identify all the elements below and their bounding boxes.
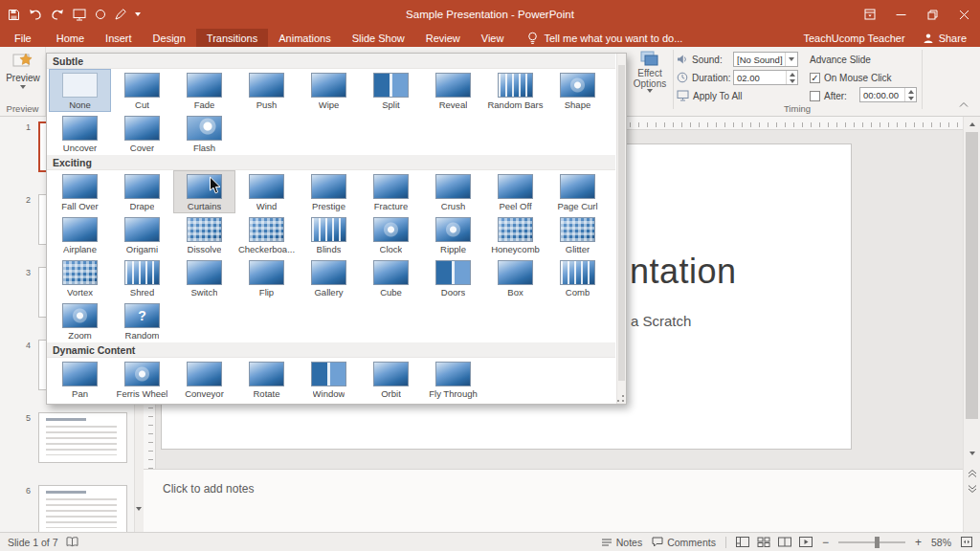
main-scrollbar-thumb[interactable] [966,132,978,419]
tab-design[interactable]: Design [143,29,196,47]
share-button[interactable]: Share [923,33,967,44]
transition-drape[interactable]: Drape [111,170,173,213]
transition-reveal[interactable]: Reveal [422,69,484,112]
transition-fade[interactable]: Fade [173,69,235,112]
account-name[interactable]: TeachUcomp Teacher [803,33,904,44]
spell-check-icon[interactable] [66,537,78,547]
transition-orbit[interactable]: Orbit [360,358,422,401]
zoom-slider[interactable] [838,541,905,543]
reading-view-icon[interactable] [778,537,791,547]
transition-random-bars[interactable]: Random Bars [484,69,546,112]
slide-subtitle-text[interactable]: a Scratch [631,313,691,329]
transition-cover[interactable]: Cover [111,112,173,155]
transition-uncover[interactable]: Uncover [49,112,111,155]
after-up-icon[interactable] [905,88,916,95]
apply-to-all-button[interactable]: Apply To All [677,88,743,103]
transition-box[interactable]: Box [484,256,546,299]
slide-sorter-view-icon[interactable] [757,537,770,547]
duration-up-icon[interactable] [787,71,797,77]
tab-home[interactable]: Home [46,29,95,47]
transition-gallery[interactable]: Gallery [298,256,360,299]
slide-thumbnail-6[interactable] [38,485,127,532]
transition-crush[interactable]: Crush [422,170,484,213]
after-down-icon[interactable] [905,95,916,101]
duration-spinner[interactable]: 02.00 [733,70,798,85]
customize-qat-icon[interactable] [135,12,141,16]
tab-file[interactable]: File [0,29,46,47]
notes-button[interactable]: Notes [601,537,642,548]
transition-wipe[interactable]: Wipe [298,69,360,112]
gallery-scrollbar[interactable] [616,54,626,404]
restore-icon[interactable] [917,0,948,29]
transition-split[interactable]: Split [360,69,422,112]
resize-grip-icon[interactable] [616,394,625,403]
collapse-ribbon-icon[interactable] [959,101,969,108]
transition-pan[interactable]: Pan [49,358,111,401]
sound-dropdown[interactable]: [No Sound] [733,52,798,67]
transition-comb[interactable]: Comb [546,256,609,299]
touch-mode-icon[interactable] [95,9,106,20]
notes-pane[interactable]: Click to add notes [144,469,963,532]
thumbnail-scroll-down-icon[interactable] [136,511,142,528]
on-mouse-click-option[interactable]: ✓ On Mouse Click [810,70,892,85]
transition-flip[interactable]: Flip [235,256,298,299]
tab-transitions[interactable]: Transitions [196,29,268,47]
transition-shape[interactable]: Shape [546,69,609,112]
main-scroll-down-icon[interactable] [964,448,980,459]
normal-view-icon[interactable] [736,537,749,547]
tell-me-box[interactable]: Tell me what you want to do... [527,29,682,47]
undo-icon[interactable] [29,9,42,20]
zoom-in-button[interactable]: + [915,536,922,549]
on-mouse-click-checkbox[interactable]: ✓ [810,73,820,83]
transition-blinds[interactable]: Blinds [298,213,360,256]
pen-icon[interactable] [115,9,126,20]
tab-insert[interactable]: Insert [95,29,143,47]
transition-random[interactable]: Random [111,299,173,342]
transition-switch[interactable]: Switch [173,256,235,299]
ribbon-display-options-icon[interactable] [854,0,885,29]
effect-options-button[interactable]: Effect Options [628,50,672,93]
transition-none[interactable]: None [49,69,111,112]
transition-window[interactable]: Window [298,358,360,401]
tab-slide-show[interactable]: Slide Show [342,29,415,47]
transition-shred[interactable]: Shred [111,256,173,299]
slide-title-text[interactable]: ntation [630,252,737,292]
next-slide-button[interactable] [967,482,978,496]
sound-dropdown-icon[interactable] [785,53,797,66]
transition-ripple[interactable]: Ripple [422,213,484,256]
transition-honeycomb[interactable]: Honeycomb [484,213,546,256]
transition-flash[interactable]: Flash [173,112,235,155]
transition-checkerboa[interactable]: Checkerboa... [235,213,298,256]
transition-push[interactable]: Push [235,69,298,112]
transition-cut[interactable]: Cut [111,69,173,112]
transition-origami[interactable]: Origami [111,213,173,256]
duration-down-icon[interactable] [787,77,797,84]
repeat-icon[interactable] [51,9,64,20]
zoom-percentage[interactable]: 58% [931,537,951,548]
zoom-slider-thumb[interactable] [875,537,880,548]
transition-fall-over[interactable]: Fall Over [49,170,111,213]
transition-zoom[interactable]: Zoom [49,299,111,342]
transition-conveyor[interactable]: Conveyor [173,358,235,401]
slideshow-view-icon[interactable] [799,537,813,547]
after-spinner[interactable]: 00:00.00 [859,87,917,102]
transition-vortex[interactable]: Vortex [49,256,111,299]
minimize-icon[interactable] [885,0,917,29]
transition-glitter[interactable]: Glitter [546,213,609,256]
transition-airplane[interactable]: Airplane [49,213,111,256]
transition-clock[interactable]: Clock [360,213,422,256]
transition-fly-through[interactable]: Fly Through [422,358,484,401]
main-scrollbar[interactable] [963,117,980,532]
transition-peel-off[interactable]: Peel Off [484,170,546,213]
gallery-scrollbar-thumb[interactable] [618,65,625,381]
close-icon[interactable] [948,0,980,29]
fit-slide-to-window-icon[interactable] [961,537,972,547]
tab-animations[interactable]: Animations [268,29,341,47]
transition-curtains[interactable]: Curtains [173,170,235,213]
previous-slide-button[interactable] [967,467,978,480]
transition-prestige[interactable]: Prestige [298,170,360,213]
after-option[interactable]: After: [810,88,847,103]
transition-ferris-wheel[interactable]: Ferris Wheel [111,358,173,401]
start-from-beginning-icon[interactable] [73,9,86,21]
preview-button[interactable]: Preview [4,51,42,89]
